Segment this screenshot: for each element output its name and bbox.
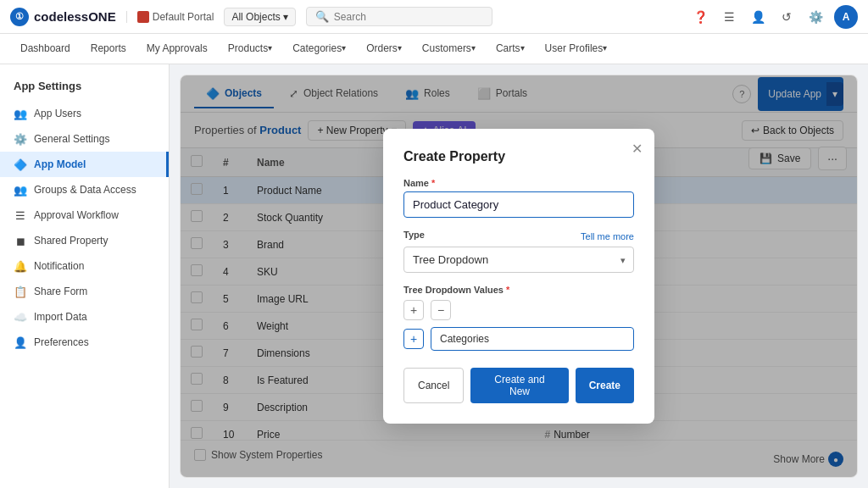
create-property-modal: Create Property ✕ Name * Type Tell me mo… <box>383 129 654 424</box>
type-label: Type <box>403 230 425 240</box>
app-model-icon: 🔷 <box>14 158 27 171</box>
search-icon: 🔍 <box>315 10 329 23</box>
sidebar-label-preferences: Preferences <box>34 336 89 348</box>
nav-carts[interactable]: Carts <box>486 34 535 64</box>
all-objects-button[interactable]: All Objects ▾ <box>224 8 295 26</box>
approval-icon: ☰ <box>14 208 27 222</box>
sidebar: App Settings 👥 App Users ⚙️ General Sett… <box>0 64 170 488</box>
sidebar-label-general-settings: General Settings <box>34 133 109 145</box>
tree-required: * <box>506 285 509 295</box>
modal-overlay: Create Property ✕ Name * Type Tell me mo… <box>181 75 857 477</box>
sidebar-item-app-model[interactable]: 🔷 App Model <box>0 152 169 177</box>
sidebar-item-notification[interactable]: 🔔 Notification <box>0 253 169 279</box>
sidebar-label-shared-property: Shared Property <box>34 235 108 247</box>
nav-my-approvals[interactable]: My Approvals <box>136 34 218 64</box>
modal-footer: Cancel Create and New Create <box>403 368 634 403</box>
create-button[interactable]: Create <box>576 368 634 403</box>
general-settings-icon: ⚙️ <box>14 132 27 146</box>
tree-actions: + − <box>403 300 634 320</box>
type-header: Type Tell me more <box>403 230 634 243</box>
sidebar-label-notification: Notification <box>34 260 84 272</box>
type-select[interactable]: Tree Dropdown Text Number True/False Ric… <box>403 247 634 273</box>
sidebar-item-general-settings[interactable]: ⚙️ General Settings <box>0 126 169 152</box>
logo-text: codelessONE <box>34 9 116 24</box>
portal-label: Default Portal <box>153 11 214 23</box>
logo-icon: ① <box>10 8 29 26</box>
tell-more-link[interactable]: Tell me more <box>581 231 634 241</box>
nav-orders[interactable]: Orders <box>356 34 412 64</box>
sidebar-item-app-users[interactable]: 👥 App Users <box>0 101 169 126</box>
nav-customers[interactable]: Customers <box>412 34 486 64</box>
nav-reports[interactable]: Reports <box>81 34 136 64</box>
shared-property-icon: ◼ <box>14 234 27 247</box>
sidebar-item-preferences[interactable]: 👤 Preferences <box>0 330 169 355</box>
portal-badge: Default Portal <box>126 11 214 23</box>
name-label: Name * <box>403 178 634 188</box>
users-icon[interactable]: 👤 <box>748 7 768 27</box>
portal-icon <box>137 11 149 23</box>
app-users-icon: 👥 <box>14 107 27 120</box>
nav-categories[interactable]: Categories <box>282 34 356 64</box>
notification-icon: 🔔 <box>14 259 27 273</box>
sidebar-item-share-form[interactable]: 📋 Share Form <box>0 279 169 304</box>
top-bar: ① codelessONE Default Portal All Objects… <box>0 0 868 34</box>
content: 🔷 Objects ⤢ Object Relations 👥 Roles ⬜ P… <box>170 64 868 488</box>
menu-icon[interactable]: ☰ <box>719 7 739 27</box>
nav-user-profiles[interactable]: User Profiles <box>535 34 618 64</box>
type-section: Type Tell me more Tree Dropdown Text Num… <box>403 230 634 273</box>
preferences-icon: 👤 <box>14 336 27 349</box>
import-data-icon: ☁️ <box>14 310 27 324</box>
tree-input[interactable] <box>431 327 634 351</box>
nav-menu: Dashboard Reports My Approvals Products … <box>0 34 868 64</box>
all-objects-chevron: ▾ <box>283 11 288 23</box>
sidebar-label-groups: Groups & Data Access <box>34 184 136 196</box>
sidebar-label-app-model: App Model <box>34 158 86 170</box>
modal-title: Create Property <box>403 149 634 164</box>
cancel-button[interactable]: Cancel <box>403 368 464 403</box>
top-bar-right: ❓ ☰ 👤 ↺ ⚙️ A <box>690 5 858 29</box>
sidebar-item-import-data[interactable]: ☁️ Import Data <box>0 304 169 330</box>
create-and-new-button[interactable]: Create and New <box>470 368 568 403</box>
groups-icon: 👥 <box>14 183 27 197</box>
sidebar-label-app-users: App Users <box>34 108 81 119</box>
tree-add-button[interactable]: + <box>403 300 424 320</box>
sidebar-item-approval-workflow[interactable]: ☰ Approval Workflow <box>0 202 169 228</box>
search-input[interactable] <box>334 11 483 23</box>
sidebar-item-shared-property[interactable]: ◼ Shared Property <box>0 228 169 253</box>
name-required: * <box>431 178 435 188</box>
content-inner: 🔷 Objects ⤢ Object Relations 👥 Roles ⬜ P… <box>180 75 858 478</box>
all-objects-label: All Objects <box>231 11 280 23</box>
avatar[interactable]: A <box>834 5 858 29</box>
settings-icon[interactable]: ⚙️ <box>805 7 826 27</box>
nav-dashboard[interactable]: Dashboard <box>10 34 81 64</box>
nav-products[interactable]: Products <box>218 34 282 64</box>
main-layout: App Settings 👥 App Users ⚙️ General Sett… <box>0 64 868 488</box>
type-select-wrap: Tree Dropdown Text Number True/False Ric… <box>403 247 634 273</box>
sidebar-label-import-data: Import Data <box>34 311 87 323</box>
sidebar-title: App Settings <box>0 75 169 101</box>
sidebar-label-approval: Approval Workflow <box>34 209 119 221</box>
tree-row-add-button[interactable]: + <box>403 329 424 349</box>
name-input[interactable] <box>403 191 634 218</box>
search-bar[interactable]: 🔍 <box>306 7 492 26</box>
sidebar-label-share-form: Share Form <box>34 286 87 297</box>
help-icon[interactable]: ❓ <box>690 7 710 27</box>
modal-close-button[interactable]: ✕ <box>632 141 643 157</box>
tree-remove-button[interactable]: − <box>431 300 451 320</box>
share-form-icon: 📋 <box>14 285 27 298</box>
logo: ① codelessONE <box>10 8 116 26</box>
tree-row: + <box>403 327 634 351</box>
history-icon[interactable]: ↺ <box>776 7 797 27</box>
sidebar-item-groups-data-access[interactable]: 👥 Groups & Data Access <box>0 177 169 202</box>
tree-values-label: Tree Dropdown Values * <box>403 285 634 295</box>
